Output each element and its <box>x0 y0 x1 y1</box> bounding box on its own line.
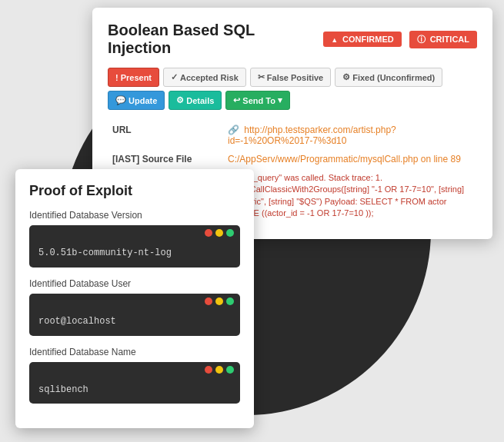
info-icon: ⓘ <box>417 34 426 45</box>
dot-green-1 <box>226 229 234 237</box>
url-value[interactable]: http://php.testsparker.com/artist.php?id… <box>228 125 396 146</box>
terminal-titlebar-2 <box>29 294 240 309</box>
dot-red-2 <box>205 297 212 305</box>
scissors-icon: ✂ <box>258 72 265 82</box>
extra-info-value: "mysql_query" was called. Stack trace: 1… <box>228 173 464 218</box>
db-version-terminal: 5.0.51b-community-nt-log <box>29 225 240 268</box>
table-row: URL 🔗 http://php.testsparker.com/artist.… <box>108 121 477 150</box>
comment-icon: 💬 <box>115 95 126 105</box>
url-label: URL <box>108 121 223 150</box>
accepted-risk-button[interactable]: ✓ Accepted Risk <box>163 68 246 87</box>
db-user-label: Identified Database User <box>29 278 240 289</box>
table-row: [IAST] Source File C:/AppServ/www/Progra… <box>108 150 477 168</box>
critical-badge: ⓘ CRITICAL <box>409 31 477 48</box>
update-button[interactable]: 💬 Update <box>108 91 165 110</box>
action-buttons-row: ! Present ✓ Accepted Risk ✂ False Positi… <box>108 68 477 110</box>
chevron-down-icon: ▾ <box>278 95 282 105</box>
cog-icon: ⚙ <box>176 95 184 105</box>
dot-yellow-2 <box>215 297 223 305</box>
check-icon: ✓ <box>171 72 178 82</box>
terminal-titlebar-3 <box>29 362 240 377</box>
details-button[interactable]: ⚙ Details <box>169 91 222 110</box>
db-name-section: Identified Database Name sqlibench <box>29 347 240 404</box>
dot-red-3 <box>205 366 212 374</box>
db-user-section: Identified Database User root@localhost <box>29 278 240 336</box>
db-name-value: sqlibench <box>29 377 240 404</box>
db-user-terminal: root@localhost <box>29 294 240 336</box>
dot-red-1 <box>205 229 212 237</box>
db-version-value: 5.0.51b-community-nt-log <box>29 241 240 268</box>
present-button[interactable]: ! Present <box>108 68 159 87</box>
fixed-button[interactable]: ⚙ Fixed (Unconfirmed) <box>335 68 442 87</box>
dot-green-3 <box>226 366 234 374</box>
false-positive-button[interactable]: ✂ False Positive <box>250 68 331 87</box>
proof-title: Proof of Exploit <box>29 183 240 199</box>
dot-green-2 <box>226 297 234 305</box>
source-file-value: C:/AppServ/www/Programmatic/mysqlCall.ph… <box>228 154 461 165</box>
db-name-terminal: sqlibench <box>29 362 240 404</box>
title-row: Boolean Based SQL Injection CONFIRMED ⓘ … <box>108 22 477 57</box>
terminal-titlebar-1 <box>29 225 240 241</box>
proof-card: Proof of Exploit Identified Database Ver… <box>15 169 254 428</box>
dot-yellow-3 <box>215 366 223 374</box>
db-user-value: root@localhost <box>29 309 240 336</box>
page-title: Boolean Based SQL Injection <box>108 22 315 57</box>
db-version-label: Identified Database Version <box>29 210 240 221</box>
link-icon: 🔗 <box>228 125 239 135</box>
source-file-label: [IAST] Source File <box>108 150 223 168</box>
confirmed-badge: CONFIRMED <box>323 32 402 47</box>
send-to-button[interactable]: ↩ Send To ▾ <box>225 91 290 110</box>
user-icon <box>331 35 339 44</box>
dot-yellow-1 <box>215 229 223 237</box>
exclaim-icon: ! <box>115 73 118 82</box>
db-name-label: Identified Database Name <box>29 347 240 357</box>
share-icon: ↩ <box>233 95 240 105</box>
wrench-icon: ⚙ <box>342 72 350 82</box>
db-version-section: Identified Database Version 5.0.51b-comm… <box>29 210 240 268</box>
